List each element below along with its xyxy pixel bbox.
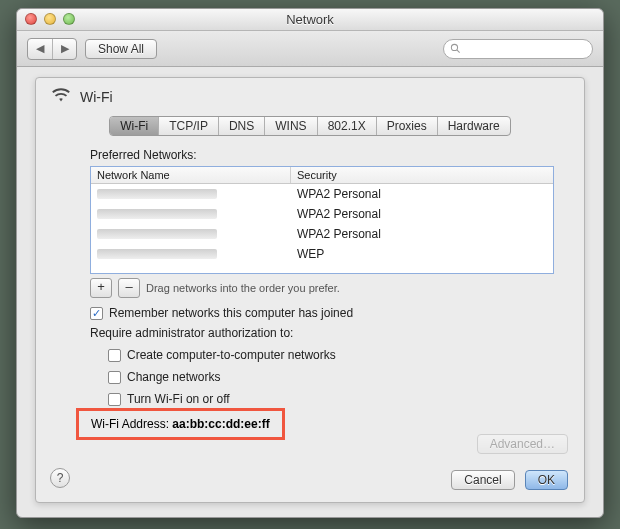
traffic-lights (25, 13, 75, 25)
table-row[interactable]: WEP (91, 244, 553, 264)
col-security[interactable]: Security (291, 167, 553, 183)
tab-tcpip[interactable]: TCP/IP (159, 117, 219, 135)
admin-option-row: Create computer-to-computer networks (108, 348, 554, 362)
admin-option-row: Change networks (108, 370, 554, 384)
redacted-network-name (97, 229, 217, 239)
create-c2c-label: Create computer-to-computer networks (127, 348, 336, 362)
minimize-window-button[interactable] (44, 13, 56, 25)
redacted-network-name (97, 249, 217, 259)
admin-option-row: Turn Wi-Fi on or off (108, 392, 554, 406)
tab-wifi[interactable]: Wi-Fi (110, 117, 159, 135)
remove-network-button[interactable]: – (118, 278, 140, 298)
show-all-button[interactable]: Show All (85, 39, 157, 59)
tabstrip: Wi-Fi TCP/IP DNS WINS 802.1X Proxies Har… (36, 116, 584, 136)
window-title: Network (286, 12, 334, 27)
tab-proxies[interactable]: Proxies (377, 117, 438, 135)
wifi-advanced-sheet: Wi-Fi Wi-Fi TCP/IP DNS WINS 802.1X Proxi… (35, 77, 585, 503)
table-row[interactable]: WPA2 Personal (91, 204, 553, 224)
tab-hardware[interactable]: Hardware (438, 117, 510, 135)
tab-wins[interactable]: WINS (265, 117, 317, 135)
preferred-networks-table[interactable]: Network Name Security WPA2 Personal WPA2… (90, 166, 554, 274)
wifi-icon (50, 86, 72, 108)
create-c2c-checkbox[interactable] (108, 349, 121, 362)
drag-hint: Drag networks into the order you prefer. (146, 282, 340, 294)
titlebar: Network (17, 9, 603, 31)
preferred-networks-label: Preferred Networks: (90, 148, 554, 162)
add-network-button[interactable]: + (90, 278, 112, 298)
network-preferences-window: Network ◀ ▶ Show All Wi-Fi Wi-Fi TCP/IP … (16, 8, 604, 518)
remember-networks-checkbox[interactable]: ✓ (90, 307, 103, 320)
nav-back-forward: ◀ ▶ (27, 38, 77, 60)
search-icon (450, 43, 461, 54)
search-field[interactable] (443, 39, 593, 59)
close-window-button[interactable] (25, 13, 37, 25)
redacted-network-name (97, 209, 217, 219)
wifi-address-label: Wi-Fi Address: (91, 417, 169, 431)
require-admin-label: Require administrator authorization to: (90, 326, 554, 340)
table-row[interactable]: WPA2 Personal (91, 224, 553, 244)
forward-button[interactable]: ▶ (52, 39, 76, 59)
change-networks-label: Change networks (127, 370, 220, 384)
col-network-name[interactable]: Network Name (91, 167, 291, 183)
security-cell: WEP (291, 247, 553, 261)
wifi-address-highlight: Wi-Fi Address: aa:bb:cc:dd:ee:ff (76, 408, 285, 440)
sheet-header: Wi-Fi (36, 78, 584, 114)
turn-wifi-checkbox[interactable] (108, 393, 121, 406)
remember-networks-row: ✓ Remember networks this computer has jo… (90, 306, 554, 320)
ok-button[interactable]: OK (525, 470, 568, 490)
security-cell: WPA2 Personal (291, 227, 553, 241)
remember-networks-label: Remember networks this computer has join… (109, 306, 353, 320)
redacted-network-name (97, 189, 217, 199)
svg-line-1 (457, 50, 460, 53)
wifi-address-value: aa:bb:cc:dd:ee:ff (172, 417, 269, 431)
tab-content: Preferred Networks: Network Name Securit… (36, 136, 584, 410)
table-row[interactable]: WPA2 Personal (91, 184, 553, 204)
tab-8021x[interactable]: 802.1X (318, 117, 377, 135)
sheet-title: Wi-Fi (80, 89, 113, 105)
tab-dns[interactable]: DNS (219, 117, 265, 135)
turn-wifi-label: Turn Wi-Fi on or off (127, 392, 230, 406)
add-remove-row: + – Drag networks into the order you pre… (90, 278, 554, 298)
toolbar: ◀ ▶ Show All (17, 31, 603, 67)
table-header: Network Name Security (91, 167, 553, 184)
svg-point-0 (451, 44, 457, 50)
back-button[interactable]: ◀ (28, 39, 52, 59)
security-cell: WPA2 Personal (291, 207, 553, 221)
zoom-window-button[interactable] (63, 13, 75, 25)
advanced-button[interactable]: Advanced… (477, 434, 568, 454)
cancel-button[interactable]: Cancel (451, 470, 514, 490)
security-cell: WPA2 Personal (291, 187, 553, 201)
change-networks-checkbox[interactable] (108, 371, 121, 384)
help-button[interactable]: ? (50, 468, 70, 488)
sheet-footer: Cancel OK (451, 470, 568, 490)
